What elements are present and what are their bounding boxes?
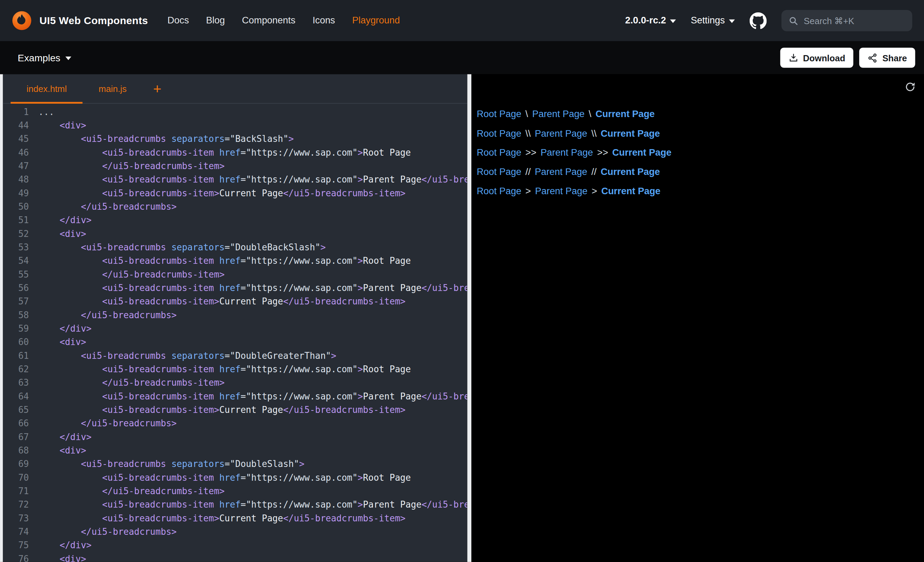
breadcrumb-current[interactable]: Current Page xyxy=(601,167,660,177)
code-line: 73 <ui5-breadcrumbs-item>Current Page</u… xyxy=(3,512,468,525)
preview-header xyxy=(471,74,924,99)
code-line: 67 </div> xyxy=(3,430,468,444)
preview-breadcrumbs: Root Page\Parent Page\Current PageRoot P… xyxy=(471,99,924,201)
code-text: </ui5-breadcrumbs> xyxy=(38,201,177,214)
code-line: 66 </ui5-breadcrumbs> xyxy=(3,417,468,430)
breadcrumb-link[interactable]: Parent Page xyxy=(535,167,587,177)
breadcrumb: Root Page>>Parent Page>>Current Page xyxy=(477,143,924,163)
breadcrumb: Root Page\\Parent Page\\Current Page xyxy=(477,124,924,143)
nav-link-playground[interactable]: Playground xyxy=(352,15,400,26)
download-label: Download xyxy=(803,53,846,63)
code-text: <ui5-breadcrumbs-item href="https://www.… xyxy=(38,282,467,295)
code-text: </div> xyxy=(38,322,91,336)
code-text: <div> xyxy=(38,227,86,241)
code-line: 65 <ui5-breadcrumbs-item>Current Page</u… xyxy=(3,403,468,417)
chevron-down-icon xyxy=(729,19,735,23)
breadcrumb-link[interactable]: Root Page xyxy=(477,186,521,196)
breadcrumb-link[interactable]: Root Page xyxy=(477,109,521,120)
code-line: 74 </ui5-breadcrumbs> xyxy=(3,526,468,539)
code-text: <ui5-breadcrumbs-item>Current Page</ui5-… xyxy=(38,295,405,309)
tab-main-js[interactable]: main.js xyxy=(82,74,142,103)
preview-pane: Root Page\Parent Page\Current PageRoot P… xyxy=(471,74,924,562)
add-tab-button[interactable]: + xyxy=(142,74,172,103)
nav-link-blog[interactable]: Blog xyxy=(206,15,225,26)
settings-dropdown[interactable]: Settings xyxy=(691,15,735,26)
breadcrumb-link[interactable]: Root Page xyxy=(477,147,521,158)
splitter-handle[interactable] xyxy=(467,74,471,562)
line-number: 69 xyxy=(3,458,29,471)
breadcrumb-current[interactable]: Current Page xyxy=(601,186,660,196)
breadcrumb-link[interactable]: Parent Page xyxy=(540,147,593,158)
refresh-icon[interactable] xyxy=(905,81,916,92)
code-line: 75 </div> xyxy=(3,539,468,552)
code-line: 44 <div> xyxy=(3,119,468,133)
nav-link-components[interactable]: Components xyxy=(242,15,295,26)
line-number: 47 xyxy=(3,160,29,173)
breadcrumb: Root Page//Parent Page//Current Page xyxy=(477,163,924,182)
code-text: <div> xyxy=(38,336,86,349)
code-line: 61 <ui5-breadcrumbs separators="DoubleGr… xyxy=(3,349,468,363)
code-text: <ui5-breadcrumbs-item href="https://www.… xyxy=(38,471,411,484)
breadcrumb-separator: \ xyxy=(525,109,528,120)
code-text: </ui5-breadcrumbs> xyxy=(38,309,177,322)
code-line: 52 <div> xyxy=(3,227,468,241)
toolbar-actions: Download Share xyxy=(780,48,915,68)
code-line: 55 </ui5-breadcrumbs-item> xyxy=(3,268,468,281)
search-box[interactable] xyxy=(782,10,912,31)
code-text: <ui5-breadcrumbs-item href="https://www.… xyxy=(38,146,411,159)
breadcrumb-separator: \\ xyxy=(525,129,531,139)
code-line: 70 <ui5-breadcrumbs-item href="https://w… xyxy=(3,471,468,484)
editor-tabbar: index.html main.js + xyxy=(3,74,468,104)
code-text: ... xyxy=(38,105,54,119)
line-number: 61 xyxy=(3,349,29,363)
version-dropdown[interactable]: 2.0.0-rc.2 xyxy=(625,15,676,26)
search-icon xyxy=(789,15,799,25)
tab-index-html[interactable]: index.html xyxy=(10,74,82,103)
brand-title[interactable]: UI5 Web Components xyxy=(40,15,148,27)
code-line: 57 <ui5-breadcrumbs-item>Current Page</u… xyxy=(3,295,468,309)
code-line: 72 <ui5-breadcrumbs-item href="https://w… xyxy=(3,498,468,512)
nav-link-icons[interactable]: Icons xyxy=(312,15,335,26)
code-text: <ui5-breadcrumbs separators="DoubleBackS… xyxy=(38,241,326,255)
breadcrumb-separator: // xyxy=(525,167,531,177)
ui5-logo-icon[interactable] xyxy=(12,10,32,31)
breadcrumb-link[interactable]: Parent Page xyxy=(535,186,587,196)
code-text: </ui5-breadcrumbs> xyxy=(38,526,177,539)
main-split: index.html main.js + 1...44 <div>45 <ui5… xyxy=(0,74,924,562)
settings-label: Settings xyxy=(691,15,725,26)
breadcrumb-link[interactable]: Parent Page xyxy=(535,129,587,139)
line-number: 64 xyxy=(3,390,29,403)
share-button[interactable]: Share xyxy=(859,48,915,68)
code-lines[interactable]: 1...44 <div>45 <ui5-breadcrumbs separato… xyxy=(3,103,468,562)
code-text: <ui5-breadcrumbs separators="BackSlash"> xyxy=(38,133,294,146)
download-button[interactable]: Download xyxy=(780,48,854,68)
github-icon[interactable] xyxy=(750,12,767,29)
nav-link-docs[interactable]: Docs xyxy=(167,15,189,26)
breadcrumb-current[interactable]: Current Page xyxy=(612,147,672,158)
breadcrumb-separator: >> xyxy=(597,147,608,158)
line-number: 57 xyxy=(3,295,29,309)
code-line: 69 <ui5-breadcrumbs separators="DoubleSl… xyxy=(3,458,468,471)
line-number: 55 xyxy=(3,268,29,281)
examples-dropdown[interactable]: Examples xyxy=(18,52,71,63)
breadcrumb-separator: > xyxy=(525,186,531,196)
breadcrumb-separator: \ xyxy=(589,109,591,120)
search-input[interactable] xyxy=(804,15,905,25)
code-line: 47 </ui5-breadcrumbs-item> xyxy=(3,160,468,173)
breadcrumb-link[interactable]: Root Page xyxy=(477,167,521,177)
code-line: 63 </ui5-breadcrumbs-item> xyxy=(3,376,468,390)
line-number: 60 xyxy=(3,336,29,349)
ui5-playground-page: UI5 Web Components Docs Blog Components … xyxy=(0,0,924,562)
left-resize-handle[interactable] xyxy=(0,74,3,562)
breadcrumb-current[interactable]: Current Page xyxy=(601,129,660,139)
line-number: 48 xyxy=(3,173,29,187)
code-text: <ui5-breadcrumbs-item>Current Page</ui5-… xyxy=(38,403,405,417)
line-number: 73 xyxy=(3,512,29,525)
breadcrumb-link[interactable]: Parent Page xyxy=(532,109,585,120)
code-text: <ui5-breadcrumbs-item href="https://www.… xyxy=(38,363,411,376)
code-line: 54 <ui5-breadcrumbs-item href="https://w… xyxy=(3,255,468,268)
breadcrumb-separator: \\ xyxy=(591,129,596,139)
code-editor: index.html main.js + 1...44 <div>45 <ui5… xyxy=(3,74,468,562)
breadcrumb-current[interactable]: Current Page xyxy=(596,109,655,120)
breadcrumb-link[interactable]: Root Page xyxy=(477,129,521,139)
